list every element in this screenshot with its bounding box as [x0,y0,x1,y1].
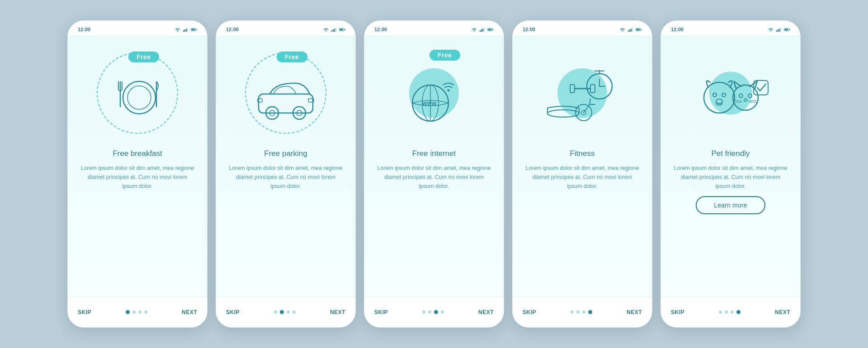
svg-rect-14 [333,29,334,32]
skip-button-1[interactable]: SKIP [78,309,91,315]
dot-5-0 [719,310,722,314]
svg-rect-67 [789,29,790,30]
phone-content-1: Free Free breakfast Lorem ipsum dolor si… [68,35,207,296]
phone-footer-2: SKIP NEXT [216,296,355,327]
dot-4-0 [571,310,574,314]
dot-3-3 [441,310,444,314]
wifi-icon-4 [619,27,626,32]
dot-2-3 [292,310,296,314]
phone-footer-3: SKIP NEXT [364,296,504,327]
illustration-parking: Free [241,43,331,143]
time-1: 12:00 [78,27,90,32]
signal-icon-5 [776,27,782,32]
breakfast-icon [101,61,174,125]
svg-rect-1 [184,29,185,32]
svg-point-70 [713,93,717,97]
phone-frame-free-breakfast: 12:00 Free [67,20,208,328]
dot-3-1 [428,310,431,314]
svg-point-38 [448,89,450,92]
next-button-1[interactable]: NEXT [182,309,197,315]
status-bar-2: 12:00 [216,21,355,35]
svg-rect-3 [187,28,188,32]
parking-icon [247,61,324,125]
svg-line-76 [735,100,742,101]
next-button-4[interactable]: NEXT [627,309,642,315]
skip-button-5[interactable]: SKIP [671,309,684,315]
svg-point-75 [748,94,752,98]
screen-body-2: Lorem ipsum dolor sit dim amet, mea regi… [226,164,345,191]
svg-line-61 [590,99,590,104]
svg-rect-63 [778,29,778,32]
screen-title-4: Fitness [570,149,595,158]
svg-rect-33 [488,28,491,30]
dot-3-2 [434,310,438,314]
svg-rect-62 [776,30,777,32]
screen-title-1: Free breakfast [113,149,162,158]
next-button-2[interactable]: NEXT [330,309,345,315]
dots-2 [274,310,296,314]
dot-2-2 [287,310,290,314]
svg-rect-65 [780,28,781,32]
dot-2-1 [280,310,284,314]
dot-2-0 [274,310,277,314]
screen-body-5: Lorem ipsum dolor sit dim amet, mea regi… [671,164,790,191]
illustration-internet: Free WWW [389,43,479,143]
skip-button-2[interactable]: SKIP [226,309,240,315]
svg-rect-0 [183,30,184,32]
illustration-pet [685,43,776,143]
signal-icon-1 [183,27,189,32]
dots-5 [719,310,741,314]
status-icons-1 [175,27,197,32]
phone-content-2: Free [216,35,355,296]
time-2: 12:00 [226,27,239,32]
dot-4-3 [588,310,592,314]
learn-more-button[interactable]: Learn more [696,196,765,214]
svg-rect-15 [334,28,335,32]
next-button-3[interactable]: NEXT [478,309,494,315]
free-badge-3: Free [429,50,460,61]
svg-point-10 [123,81,156,114]
svg-rect-39 [628,30,629,32]
wifi-icon-1 [175,27,181,32]
svg-line-78 [749,100,756,101]
dot-1-3 [144,310,147,314]
status-bar-4: 12:00 [513,21,652,35]
svg-rect-28 [481,29,482,32]
svg-rect-19 [340,28,343,30]
phone-frame-fitness: 12:00 [512,20,652,328]
skip-button-3[interactable]: SKIP [374,309,388,315]
svg-point-46 [547,110,579,117]
screen-title-2: Free parking [264,149,307,158]
phone-content-5: Pet friendly Lorem ipsum dolor sit dim a… [661,35,800,296]
phone-footer-5: SKIP NEXT [661,296,800,327]
free-badge-1: Free [128,52,159,62]
time-3: 12:00 [374,27,387,32]
svg-rect-45 [636,28,640,30]
phone-frame-pet-friendly: 12:00 [660,20,801,328]
svg-rect-6 [191,28,195,30]
status-icons-4 [619,27,642,32]
svg-rect-30 [484,28,485,32]
screens-container: 12:00 Free [67,20,801,328]
phone-footer-1: SKIP NEXT [68,296,207,327]
phone-content-3: Free WWW [364,35,504,296]
next-button-5[interactable]: NEXT [775,309,790,315]
free-badge-2: Free [277,52,307,62]
status-icons-2 [323,27,345,32]
dot-5-3 [736,310,741,314]
svg-point-72 [716,99,722,103]
time-4: 12:00 [523,27,535,32]
dot-1-0 [126,310,130,314]
status-icons-5 [768,27,790,32]
battery-icon-2 [339,27,345,32]
svg-point-74 [739,94,743,98]
svg-rect-2 [186,28,187,32]
svg-rect-68 [784,28,788,30]
svg-rect-42 [632,28,633,32]
svg-rect-13 [331,30,332,32]
wifi-icon-5 [768,27,774,32]
svg-point-71 [722,93,726,97]
illustration-breakfast: Free [92,43,183,143]
pet-icon [691,61,770,126]
skip-button-4[interactable]: SKIP [523,309,536,315]
